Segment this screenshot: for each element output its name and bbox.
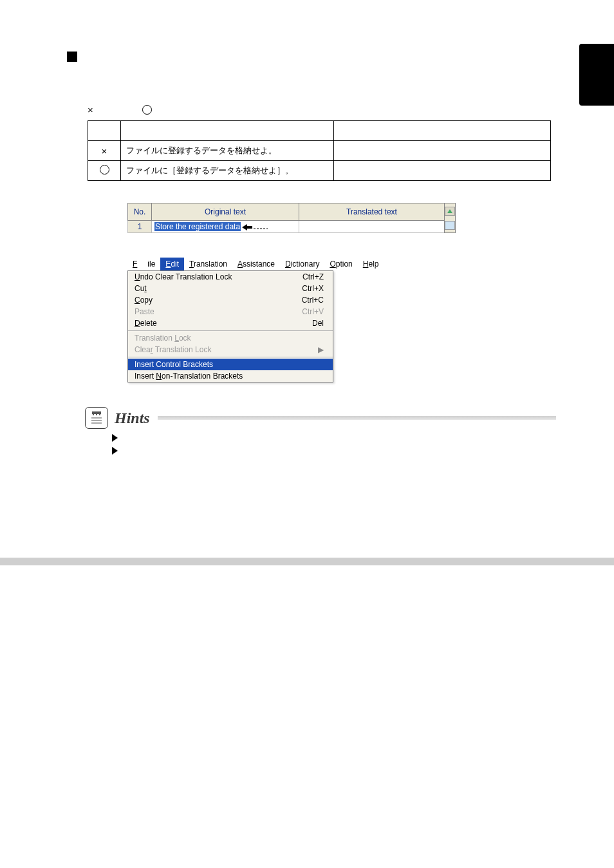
selected-text: Store the registered data xyxy=(154,222,241,231)
row-right xyxy=(334,161,551,181)
row-right xyxy=(334,141,551,161)
scroll-thumb[interactable] xyxy=(445,221,455,230)
submenu-arrow-icon: ▶ xyxy=(318,345,324,354)
triangle-bullet-icon xyxy=(112,447,118,455)
hints-divider xyxy=(158,416,556,420)
menu-item-undo[interactable]: Undo Clear Translation Lock Ctrl+Z xyxy=(128,271,333,283)
hints-title: Hints xyxy=(115,410,150,427)
legend-row: × xyxy=(88,104,556,115)
menu-item-clear-lock: Clear Translation Lock ▶ xyxy=(128,344,333,355)
grid-cell-translated[interactable] xyxy=(299,221,445,233)
scrollbar[interactable] xyxy=(445,203,456,233)
menu-edit[interactable]: Edit xyxy=(160,258,184,270)
cursor-arrow-icon xyxy=(242,223,269,231)
menu-item-paste: PasteCtrl+V xyxy=(128,306,333,317)
menu-item-copy[interactable]: CopyCtrl+C xyxy=(128,294,333,306)
svg-marker-0 xyxy=(447,209,452,213)
grid-row-no: 1 xyxy=(128,221,152,233)
x-mark: × xyxy=(88,104,93,115)
menu-item-insert-control[interactable]: Insert Control Brackets xyxy=(128,359,333,370)
shortcut-hint: Ctrl+Z xyxy=(302,272,324,281)
grid-header-original: Original text xyxy=(152,203,299,221)
hints-notepad-icon xyxy=(85,407,108,429)
menu-option[interactable]: Option xyxy=(324,258,357,270)
svg-rect-5 xyxy=(96,412,97,415)
grid-cell-original[interactable]: Store the registered data xyxy=(152,221,299,233)
table-row: ファイルに［登録するデータを格納せよ］。 xyxy=(88,161,551,181)
menu-item-delete[interactable]: DeleteDel xyxy=(128,317,333,329)
hints-block: Hints xyxy=(85,407,556,455)
menu-item-insert-non[interactable]: Insert Non-Translation Brackets xyxy=(128,370,333,382)
menu-item-cut[interactable]: CutCtrl+X xyxy=(128,283,333,294)
shortcut-hint: Ctrl+V xyxy=(302,307,324,316)
footer-bar xyxy=(0,558,614,565)
grid-header-translated: Translated text xyxy=(299,203,445,221)
page-side-tab xyxy=(579,44,614,106)
scroll-up-icon[interactable] xyxy=(445,207,455,216)
row-jp: ファイルに［登録するデータを格納せよ］。 xyxy=(121,161,334,181)
triangle-bullet-icon xyxy=(112,434,118,442)
menubar: File Edit Translation Assistance Diction… xyxy=(127,258,333,270)
svg-rect-6 xyxy=(99,412,100,415)
hints-item xyxy=(112,447,556,455)
example-table: × ファイルに登録するデータを格納せよ。 ファイルに［登録するデータを格納せよ］… xyxy=(88,120,551,181)
edit-dropdown: Undo Clear Translation Lock Ctrl+Z CutCt… xyxy=(127,270,333,382)
grid-header-no: No. xyxy=(128,203,152,221)
svg-marker-1 xyxy=(242,224,252,231)
menu-item-translation-lock: Translation Lock xyxy=(128,332,333,344)
table-row: × ファイルに登録するデータを格納せよ。 xyxy=(88,141,551,161)
row-mark: × xyxy=(88,141,121,161)
shortcut-hint: Del xyxy=(312,319,324,328)
shortcut-hint: Ctrl+X xyxy=(302,284,324,293)
hints-item xyxy=(112,434,556,442)
row-jp: ファイルに登録するデータを格納せよ。 xyxy=(121,141,334,161)
svg-rect-4 xyxy=(93,412,94,415)
row-mark xyxy=(88,161,121,181)
menu-translation[interactable]: Translation xyxy=(184,258,232,270)
grid-screenshot: No. Original text Translated text 1 Stor… xyxy=(127,203,456,233)
circle-mark-icon xyxy=(142,105,152,115)
section-marker-icon xyxy=(67,52,77,62)
menu-file[interactable]: File xyxy=(127,258,160,270)
menu-screenshot: File Edit Translation Assistance Diction… xyxy=(127,258,333,382)
menu-dictionary[interactable]: Dictionary xyxy=(280,258,324,270)
table-header-row xyxy=(88,121,551,141)
shortcut-hint: Ctrl+C xyxy=(302,296,324,305)
menu-help[interactable]: Help xyxy=(358,258,384,270)
menu-assistance[interactable]: Assistance xyxy=(232,258,280,270)
